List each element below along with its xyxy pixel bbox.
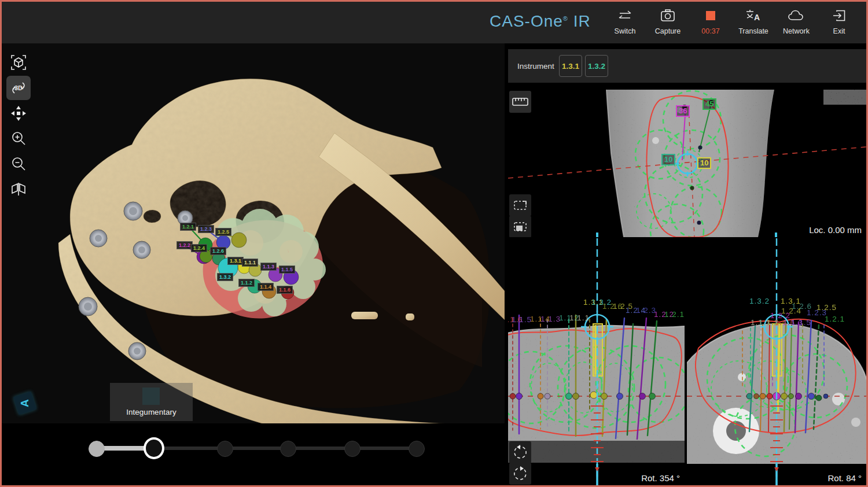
zone-size-tag: 10 [661,154,675,165]
rotate-cw-icon [513,466,528,481]
instrument-label: Instrument [517,62,559,71]
slice-location-readout: Loc. 0.00 mm [809,225,862,235]
network-label: Network [775,27,818,35]
roi-window-button[interactable] [509,216,531,237]
capture-button[interactable]: Capture [646,6,689,35]
instrument-select-button[interactable]: 1.3.1 [559,55,582,77]
record-stop-button[interactable]: 00:37 [689,6,732,35]
rotate-3d-glyph: 3D [14,84,23,91]
needle-marker-label[interactable]: 1.2.5 [215,228,231,236]
needle-marker-label[interactable]: 1.1.3 [260,263,277,271]
stop-square-icon [689,6,732,25]
rotate-3d-button[interactable]: 3D [6,76,31,100]
ruler-icon [512,97,528,107]
trajectory-label: 1.1.5 [791,318,811,327]
app-logo: CAS-One® IR [490,12,591,31]
structure-tooltip: Integumentary [110,383,193,421]
needle-marker-label[interactable]: 1.1.5 [279,265,295,274]
slider-step-dot[interactable] [280,441,296,457]
trajectory-label: 1.3.2 [749,297,770,305]
ruler-tool-button[interactable] [509,91,531,113]
cloud-icon [775,6,818,25]
fit-view-button[interactable] [6,50,31,75]
instrument-bar: Instrument 1.3.11.3.2 [508,49,866,83]
slider-start-dot[interactable] [89,441,105,457]
switch-arrows-icon [604,6,646,25]
needle-marker-label[interactable]: 1.1.6 [277,286,293,294]
bone-fragment [406,313,414,320]
zoom-in-icon [11,131,26,146]
slider-step-dot[interactable] [344,441,361,457]
slice-indicator [775,233,777,237]
camera-icon [646,6,689,25]
roi-select-button[interactable] [509,194,531,216]
structure-name: Integumentary [110,408,193,416]
orientation-letter: A [19,399,31,407]
viewport-3d[interactable]: 3D [2,43,505,485]
needle-marker-label[interactable]: 1.2.3 [198,225,214,233]
needle-marker-label[interactable]: 1.1.1 [242,259,258,267]
zoom-in-button[interactable] [6,126,31,150]
switch-label: Switch [604,27,646,35]
tissue-fade [508,441,685,464]
ct-view-axial[interactable]: 1.3.21.3.11.2.61.2.41.2.51.2.31.2.21.2.1… [687,238,866,485]
needle-marker-label[interactable]: 1.2.1 [180,223,196,231]
needle-marker-label[interactable]: 1.2.6 [210,247,226,255]
needle-marker-label[interactable]: 1.3.1 [227,257,244,265]
trajectory-label: 1.2.1 [825,315,845,323]
needle-dot [690,186,694,190]
zone-size-tag: 10 [697,157,711,169]
clip-plane-icon [10,182,27,197]
trajectory-label: 1.1.3 [540,315,561,323]
topbar-menu: Switch Capture 00:37 A Translate [604,6,860,35]
exit-label: Exit [818,27,860,35]
zone-size-tag: 45 [703,98,716,110]
bone-fragment [351,312,378,319]
translate-label: Translate [732,27,775,35]
capture-label: Capture [646,27,689,35]
trajectory-label: 1.2.1 [664,310,685,319]
roi-dashed-icon [513,200,527,211]
translate-button[interactable]: A Translate [732,6,775,35]
record-timer: 00:37 [689,27,732,35]
bright-spot [652,137,659,144]
network-button[interactable]: Network [775,6,818,35]
needle-marker-label[interactable]: 1.1.4 [258,283,274,291]
rotate-ccw-button[interactable] [509,441,531,463]
trajectory-label: 1.1.5 [512,315,532,324]
roi-window-icon [513,221,527,233]
switch-button[interactable]: Switch [604,6,646,35]
slider-thumb[interactable] [144,437,164,459]
needle-dot [697,221,701,225]
needle-marker-label[interactable]: 1.1.2 [238,279,255,287]
svg-text:A: A [754,13,760,22]
trajectory-label: 1.2.3 [807,308,827,317]
rotate-ccw-icon [513,445,528,460]
slider-step-dot[interactable] [217,441,233,457]
topbar: CAS-One® IR Switch Capture 00:37 [2,2,866,43]
needle-marker-label[interactable]: 1.2.4 [191,244,207,252]
needle-marker-label[interactable]: 1.3.2 [217,273,233,281]
structure-thumbnail [142,388,160,405]
layer-slider-strip [2,423,505,485]
rotation-readout: Rot. 354 ° [641,473,680,483]
ct-view-sagittal[interactable]: 1.1.61.1.51.1.41.1.31.1.21.1.11.3.11.3.2… [508,238,685,485]
bone-3d-scene [2,43,505,425]
rotation-readout: Rot. 84 ° [827,473,862,483]
instrument-buttons: 1.3.11.3.2 [559,55,611,77]
pan-button[interactable] [6,101,31,126]
exit-button[interactable]: Exit [818,6,860,35]
slice-indicator [596,233,598,237]
ct-view-coronal[interactable]: 36451010 Loc. 0.00 mm [508,90,866,237]
zoom-out-button[interactable] [6,152,31,176]
instrument-select-button[interactable]: 1.3.2 [585,55,608,77]
pan-icon [10,105,27,121]
needle-dot [698,146,703,150]
needle-marker-label[interactable]: 1.2.2 [176,241,193,249]
translate-icon: A [732,6,775,25]
sagittal-ct-canvas [508,238,685,485]
zone-size-tag: 36 [676,105,690,117]
slider-step-dot[interactable] [409,441,425,457]
clip-plane-button[interactable] [6,177,31,201]
rotate-cw-button[interactable] [509,463,531,485]
